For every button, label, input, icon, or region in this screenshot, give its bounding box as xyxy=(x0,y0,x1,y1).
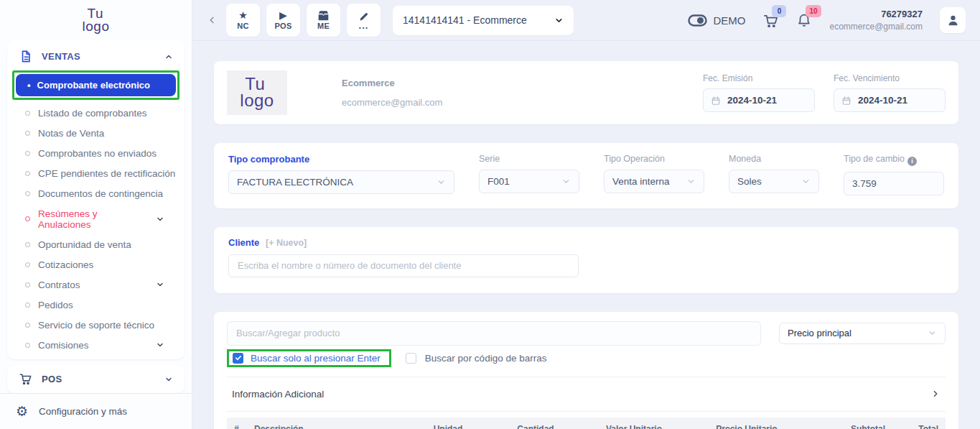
cart-button[interactable]: 0 xyxy=(762,12,779,29)
tipo-comprobante-select[interactable]: FACTURA ELECTRÓNICA xyxy=(228,170,454,194)
box-icon xyxy=(317,10,330,21)
sidebar-section-label: POS xyxy=(42,374,62,384)
company-select[interactable]: 14141414141 - Ecommerce xyxy=(393,6,574,35)
sidebar-item-comisiones[interactable]: Comisiones xyxy=(7,335,185,355)
app-logo[interactable]: Tu logo xyxy=(0,0,192,40)
moneda-label: Moneda xyxy=(729,154,819,164)
emission-date-input[interactable]: 2024-10-21 xyxy=(703,88,815,112)
ellipsis-icon: ... xyxy=(359,23,369,29)
sidebar-item-cpe-pendientes[interactable]: CPE pendientes de rectificación xyxy=(7,163,185,183)
sidebar-item-comprobante-electronico[interactable]: • Comprobante electrónico xyxy=(16,74,176,96)
client-search-input[interactable] xyxy=(228,254,579,277)
sidebar-item-label: Comprobante electrónico xyxy=(37,80,150,91)
sidebar-item-label: Listado de comprobantes xyxy=(38,108,147,119)
circle-bullet-icon xyxy=(25,282,30,287)
column-header: Valor Unitario xyxy=(579,424,689,429)
tipo-comprobante-label: Tipo comprobante xyxy=(228,154,454,165)
chevron-down-icon[interactable] xyxy=(156,341,164,349)
sidebar-section-label: VENTAS xyxy=(42,51,80,62)
chevron-down-icon[interactable] xyxy=(156,280,164,289)
enter-search-checkbox-label[interactable]: Buscar solo al presionar Enter xyxy=(251,353,381,364)
nc-button[interactable]: ★ NC xyxy=(226,4,260,37)
sidebar-item-listado-de-comprobantes[interactable]: Listado de comprobantes xyxy=(7,103,185,123)
sidebar-item-label: Oportunidad de venta xyxy=(38,239,131,250)
circle-bullet-icon xyxy=(25,216,30,221)
main-content: Tu logo Ecommerce ecommerce@gmail.com Fe… xyxy=(192,41,980,429)
sidebar-item-cotizaciones[interactable]: Cotizaciones xyxy=(7,254,185,275)
sidebar-item-documentos-contingencia[interactable]: Documentos de contingencia xyxy=(7,183,185,203)
moneda-select[interactable]: Soles xyxy=(729,170,819,193)
sidebar-section-ventas[interactable]: VENTAS xyxy=(7,43,185,69)
new-client-link[interactable]: [+ Nuevo] xyxy=(266,238,307,248)
sidebar-item-label: Servicio de soporte técnico xyxy=(38,320,154,331)
column-header: Subtotal xyxy=(805,424,885,429)
circle-bullet-icon xyxy=(25,303,30,308)
tipo-cambio-input[interactable] xyxy=(844,172,944,195)
enter-search-checkbox[interactable] xyxy=(233,353,243,364)
sidebar-item-soporte-tecnico[interactable]: Servicio de soporte técnico xyxy=(7,315,185,335)
sidebar-item-notas-de-venta[interactable]: Notas de Venta xyxy=(7,123,185,143)
circle-bullet-icon xyxy=(25,151,30,156)
back-chevron-button[interactable] xyxy=(207,15,217,25)
calendar-icon xyxy=(711,96,721,106)
chevron-up-icon[interactable] xyxy=(164,52,173,61)
sidebar-item-configuracion[interactable]: ⚙ Configuración y más xyxy=(0,393,192,429)
calendar-icon xyxy=(841,96,851,106)
sidebar-item-comprobantes-no-enviados[interactable]: Comprobantes no enviados xyxy=(7,143,185,163)
pos-button[interactable]: ▶ POS xyxy=(266,4,300,37)
gear-icon: ⚙ xyxy=(16,405,28,418)
moneda-field: Moneda Soles xyxy=(729,154,819,195)
document-fields-card: Tipo comprobante FACTURA ELECTRÓNICA Ser… xyxy=(214,143,958,208)
logo-text: Tu logo xyxy=(240,76,274,109)
company-email: ecommerce@gmail.com xyxy=(342,97,442,108)
sidebar-item-label: Comprobantes no enviados xyxy=(38,148,157,159)
sidebar-item-resumenes-anulaciones[interactable]: Resúmenes y Anulaciones xyxy=(7,203,185,234)
sidebar-item-contratos[interactable]: Contratos xyxy=(7,275,185,295)
serie-select[interactable]: F001 xyxy=(479,170,579,193)
edit-more-button[interactable]: ... xyxy=(347,4,381,37)
sidebar-item-pedidos[interactable]: Pedidos xyxy=(7,295,185,315)
sidebar-item-label: Cotizaciones xyxy=(38,259,93,270)
circle-bullet-icon xyxy=(25,131,30,136)
due-date-input[interactable]: 2024-10-21 xyxy=(834,88,946,112)
additional-info-row[interactable]: Información Adicional xyxy=(227,377,946,412)
sidebar-item-oportunidad-de-venta[interactable]: Oportunidad de venta xyxy=(7,234,185,254)
play-icon: ▶ xyxy=(279,10,287,21)
circle-bullet-icon xyxy=(25,323,30,328)
due-date-value: 2024-10-21 xyxy=(858,95,907,106)
circle-bullet-icon xyxy=(25,242,30,247)
column-header: Total xyxy=(885,424,938,429)
product-search-input[interactable] xyxy=(227,321,761,346)
column-header: Precio Unitario xyxy=(689,424,805,429)
due-date-field: Fec. Vencimiento 2024-10-21 xyxy=(834,73,946,112)
sidebar-section-pos[interactable]: POS xyxy=(7,365,185,393)
chevron-down-icon[interactable] xyxy=(156,215,164,223)
person-icon xyxy=(946,14,960,27)
chevron-down-icon[interactable] xyxy=(164,375,173,384)
chevron-down-icon xyxy=(554,16,564,25)
nc-button-label: NC xyxy=(237,22,249,30)
barcode-search-checkbox[interactable] xyxy=(406,353,416,364)
tipo-cambio-label: Tipo de cambioi xyxy=(844,154,944,166)
tipo-operacion-select[interactable]: Venta interna xyxy=(604,170,704,193)
sidebar: Tu logo VENTAS • Comprobante electrónico… xyxy=(0,0,192,429)
column-header: Unidad xyxy=(404,424,492,429)
notifications-button[interactable]: 10 xyxy=(796,12,812,28)
company-select-value: 14141414141 - Ecommerce xyxy=(403,14,527,26)
column-header: Cantidad xyxy=(492,424,579,429)
tipo-operacion-value: Venta interna xyxy=(612,176,670,187)
user-avatar-button[interactable] xyxy=(940,7,966,33)
ventas-menu-card: VENTAS • Comprobante electrónico Listado… xyxy=(7,40,185,359)
products-table-header: # Descripción Unidad Cantidad Valor Unit… xyxy=(227,418,946,429)
logo-line2: logo xyxy=(83,20,110,33)
emission-date-label: Fec. Emisión xyxy=(703,73,815,83)
annotation-highlight: Buscar solo al presionar Enter xyxy=(227,349,391,367)
demo-toggle[interactable]: DEMO xyxy=(688,14,745,27)
price-list-select[interactable]: Precio principal xyxy=(779,323,946,344)
tipo-comprobante-field: Tipo comprobante FACTURA ELECTRÓNICA xyxy=(228,154,454,195)
me-button[interactable]: ME xyxy=(307,4,340,37)
client-card: Cliente [+ Nuevo] xyxy=(214,227,958,293)
due-date-label: Fec. Vencimiento xyxy=(834,73,946,83)
invoice-header-card: Tu logo Ecommerce ecommerce@gmail.com Fe… xyxy=(214,61,958,124)
barcode-search-checkbox-label[interactable]: Buscar por código de barras xyxy=(425,353,547,364)
